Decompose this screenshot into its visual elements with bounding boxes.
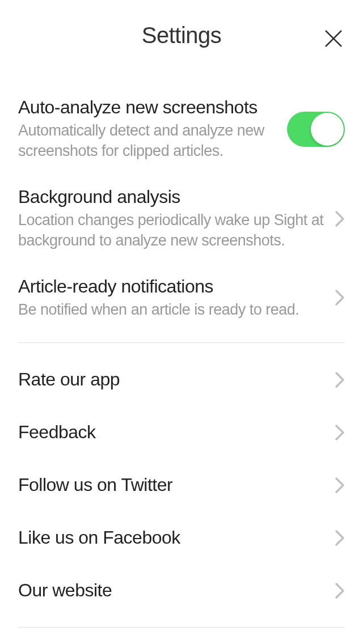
setting-text: Article-ready notifications Be notified … xyxy=(18,276,326,320)
chevron-right-icon xyxy=(335,529,345,546)
signout-button[interactable]: Sign out xyxy=(18,638,345,644)
setting-auto-analyze: Auto-analyze new screenshots Automatical… xyxy=(18,84,345,174)
chevron-right-icon xyxy=(335,424,345,441)
setting-notifications[interactable]: Article-ready notifications Be notified … xyxy=(18,264,345,332)
setting-text: Auto-analyze new screenshots Automatical… xyxy=(18,97,278,162)
divider xyxy=(18,627,345,628)
link-feedback[interactable]: Feedback xyxy=(18,406,345,459)
setting-title: Article-ready notifications xyxy=(18,276,326,297)
page-title: Settings xyxy=(142,23,222,48)
setting-subtitle: Automatically detect and analyze new scr… xyxy=(18,120,278,162)
header: Settings xyxy=(0,0,363,71)
chevron-right-icon xyxy=(335,582,345,599)
close-icon xyxy=(323,28,344,49)
setting-subtitle: Location changes periodically wake up Si… xyxy=(18,210,326,251)
chevron-right-icon xyxy=(335,210,345,227)
setting-title: Auto-analyze new screenshots xyxy=(18,97,278,118)
setting-background-analysis[interactable]: Background analysis Location changes per… xyxy=(18,174,345,264)
link-facebook[interactable]: Like us on Facebook xyxy=(18,511,345,564)
chevron-right-icon xyxy=(335,477,345,494)
link-label: Our website xyxy=(18,580,335,601)
link-label: Feedback xyxy=(18,422,335,443)
close-button[interactable] xyxy=(322,27,345,50)
setting-title: Background analysis xyxy=(18,187,326,207)
chevron-right-icon xyxy=(335,371,345,388)
link-label: Rate our app xyxy=(18,369,335,390)
toggle-knob xyxy=(311,113,344,146)
setting-text: Background analysis Location changes per… xyxy=(18,187,326,251)
auto-analyze-toggle[interactable] xyxy=(287,112,345,147)
divider xyxy=(18,342,345,343)
chevron-right-icon xyxy=(335,289,345,306)
link-twitter[interactable]: Follow us on Twitter xyxy=(18,459,345,511)
setting-subtitle: Be notified when an article is ready to … xyxy=(18,299,326,320)
settings-content: Auto-analyze new screenshots Automatical… xyxy=(0,71,363,644)
link-website[interactable]: Our website xyxy=(18,564,345,617)
link-rate[interactable]: Rate our app xyxy=(18,353,345,406)
link-label: Like us on Facebook xyxy=(18,527,335,548)
link-label: Follow us on Twitter xyxy=(18,474,335,495)
